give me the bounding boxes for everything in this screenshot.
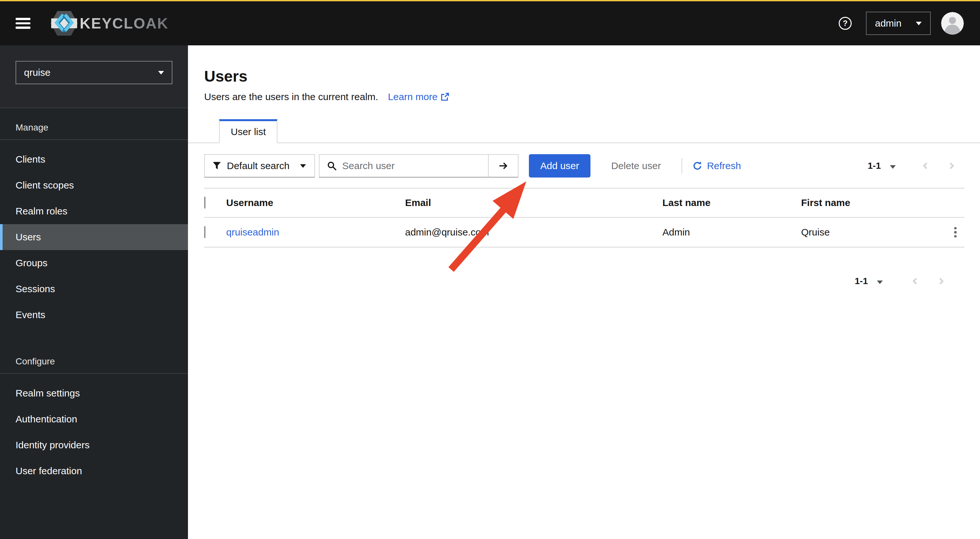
table-row: qruiseadmin admin@qruise.com Admin Qruis… <box>204 218 964 248</box>
refresh-icon <box>692 161 702 171</box>
pagination-bottom: 1-1 <box>204 269 964 293</box>
caret-down-icon <box>890 165 896 169</box>
toolbar-divider <box>681 158 682 173</box>
sidebar-item-identity-providers[interactable]: Identity providers <box>0 432 188 458</box>
chevron-down-icon <box>158 71 164 75</box>
delete-user-button[interactable]: Delete user <box>601 154 671 178</box>
next-page-button[interactable] <box>928 269 954 293</box>
add-user-button[interactable]: Add user <box>529 154 590 178</box>
keycloak-logo-icon <box>50 10 78 36</box>
table-header-row: Username Email Last name First name <box>204 189 964 218</box>
column-header-username: Username <box>226 197 405 208</box>
sidebar-item-realm-settings[interactable]: Realm settings <box>0 380 188 406</box>
previous-page-button[interactable] <box>913 154 939 178</box>
filter-icon <box>213 162 221 170</box>
sidebar-item-user-federation[interactable]: User federation <box>0 458 188 484</box>
pagination-top: 1-1 <box>868 154 964 178</box>
sidebar-item-events[interactable]: Events <box>0 302 188 328</box>
toolbar: Default search Add us <box>204 154 964 178</box>
main-content: Users Users are the users in the current… <box>188 45 980 539</box>
chevron-down-icon <box>916 22 922 25</box>
column-header-first-name: First name <box>801 197 946 208</box>
tab-user-list[interactable]: User list <box>219 119 277 143</box>
pagination-menu-toggle[interactable] <box>887 158 898 173</box>
refresh-button[interactable]: Refresh <box>692 161 741 171</box>
username-link[interactable]: qruiseadmin <box>226 227 279 237</box>
keycloak-admin-console: KEYCLOAK ? admin qruise <box>0 0 980 539</box>
nav-list-configure: Realm settings Authentication Identity p… <box>0 380 188 484</box>
search-type-label: Default search <box>227 161 290 171</box>
avatar <box>941 12 964 35</box>
angle-left-icon <box>910 276 920 286</box>
page-description-text: Users are the users in the current realm… <box>204 90 378 103</box>
row-kebab-menu[interactable] <box>950 223 960 241</box>
row-checkbox[interactable] <box>204 226 205 238</box>
masthead: KEYCLOAK ? admin <box>0 1 980 45</box>
sidebar-item-authentication[interactable]: Authentication <box>0 406 188 432</box>
help-icon[interactable]: ? <box>839 17 852 30</box>
user-menu-label: admin <box>875 18 902 29</box>
tab-bar: User list <box>188 119 980 143</box>
angle-left-icon <box>920 161 931 171</box>
sidebar-item-clients[interactable]: Clients <box>0 146 188 172</box>
nav-section-configure: Configure Realm settings Authentication … <box>0 328 188 484</box>
email-cell: admin@qruise.com <box>405 227 662 238</box>
column-header-email: Email <box>405 197 662 208</box>
search-group <box>319 154 519 178</box>
realm-selector[interactable]: qruise <box>16 61 172 84</box>
pagination-range: 1-1 <box>868 161 881 171</box>
next-page-button[interactable] <box>939 154 964 178</box>
nav-toggle-button[interactable] <box>16 18 30 29</box>
nav-section-title: Configure <box>0 356 188 374</box>
search-submit-button[interactable] <box>488 154 519 178</box>
angle-right-icon <box>946 161 957 171</box>
learn-more-link[interactable]: Learn more <box>388 90 449 103</box>
realm-selector-label: qruise <box>24 67 51 78</box>
sidebar-item-sessions[interactable]: Sessions <box>0 276 188 302</box>
search-type-dropdown[interactable]: Default search <box>204 154 315 178</box>
nav-section-title: Manage <box>0 122 188 140</box>
first-name-cell: Qruise <box>801 227 946 238</box>
column-header-last-name: Last name <box>662 197 801 208</box>
caret-down-icon <box>877 280 883 284</box>
tab-label: User list <box>231 126 266 137</box>
masthead-actions: ? admin <box>839 12 964 35</box>
users-table: Username Email Last name First name qrui… <box>204 188 964 248</box>
chevron-down-icon <box>300 164 306 168</box>
page-description: Users are the users in the current realm… <box>204 90 964 103</box>
realm-panel: qruise <box>0 45 188 108</box>
last-name-cell: Admin <box>662 227 801 238</box>
select-all-checkbox[interactable] <box>204 197 205 208</box>
user-menu-dropdown[interactable]: admin <box>866 12 931 35</box>
page-title: Users <box>204 67 964 86</box>
sidebar-item-realm-roles[interactable]: Realm roles <box>0 198 188 224</box>
nav-section-manage: Manage Clients Client scopes Realm roles… <box>0 108 188 328</box>
search-input[interactable] <box>342 161 488 171</box>
previous-page-button[interactable] <box>902 269 928 293</box>
pagination-range: 1-1 <box>855 276 868 286</box>
sidebar-item-client-scopes[interactable]: Client scopes <box>0 172 188 198</box>
sidebar-item-groups[interactable]: Groups <box>0 250 188 276</box>
avatar-icon <box>941 12 964 35</box>
keycloak-logo: KEYCLOAK <box>50 10 169 36</box>
angle-right-icon <box>936 276 946 286</box>
search-box <box>319 154 488 178</box>
brand-name: KEYCLOAK <box>80 14 169 32</box>
sidebar-item-users[interactable]: Users <box>0 224 188 250</box>
pagination-menu-toggle[interactable] <box>874 274 885 289</box>
refresh-label: Refresh <box>707 161 741 171</box>
sidebar: qruise Manage Clients Client scopes Real… <box>0 45 188 539</box>
learn-more-label: Learn more <box>388 90 438 103</box>
external-link-icon <box>441 93 449 101</box>
search-icon <box>327 161 336 170</box>
arrow-right-icon <box>498 161 509 171</box>
nav-list-manage: Clients Client scopes Realm roles Users … <box>0 146 188 328</box>
